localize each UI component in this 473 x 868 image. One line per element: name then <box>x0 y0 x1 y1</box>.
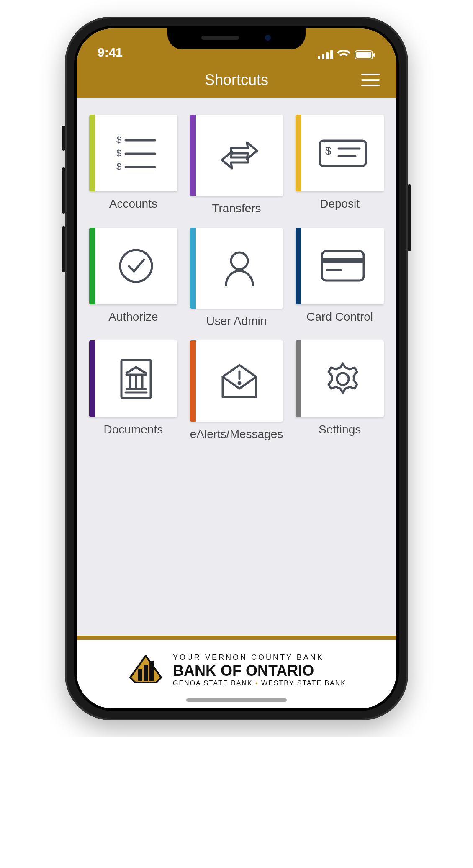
battery-icon <box>355 50 375 59</box>
shortcut-label: Authorize <box>108 310 158 324</box>
svg-rect-6 <box>373 53 375 57</box>
svg-rect-3 <box>330 50 333 59</box>
app-screen: 9:41 Shortcuts <box>77 28 396 708</box>
svg-point-20 <box>120 250 152 282</box>
settings-icon <box>301 340 384 417</box>
svg-rect-35 <box>138 669 142 681</box>
menu-button[interactable] <box>361 73 380 87</box>
shortcut-label: Deposit <box>320 197 360 211</box>
status-time: 9:41 <box>98 45 123 59</box>
svg-text:$: $ <box>116 161 121 172</box>
shortcut-accounts[interactable]: $$$ Accounts <box>89 115 177 215</box>
svg-rect-0 <box>318 56 320 59</box>
svg-rect-23 <box>322 258 364 263</box>
svg-point-34 <box>337 373 349 385</box>
alerts-icon <box>196 340 283 422</box>
phone-mockup: 9:41 Shortcuts <box>65 17 408 720</box>
shortcuts-content: $$$ Accounts Transfers <box>77 98 396 636</box>
footer-branches: GENOA STATE BANK • WESTBY STATE BANK <box>173 680 346 687</box>
documents-icon <box>95 340 177 417</box>
shortcut-grid: $$$ Accounts Transfers <box>89 115 384 441</box>
phone-notch <box>167 26 306 49</box>
shortcut-authorize[interactable]: Authorize <box>89 228 177 328</box>
shortcut-settings[interactable]: Settings <box>296 340 384 441</box>
shortcut-label: Accounts <box>109 197 157 211</box>
shortcut-user-admin[interactable]: User Admin <box>190 228 283 328</box>
card-icon <box>301 228 384 304</box>
svg-rect-5 <box>356 52 371 58</box>
shortcut-transfers[interactable]: Transfers <box>190 115 283 215</box>
shortcut-documents[interactable]: Documents <box>89 340 177 441</box>
deposit-icon: $ <box>301 115 384 191</box>
shortcut-label: Settings <box>319 423 361 436</box>
svg-rect-1 <box>322 54 324 59</box>
svg-text:$: $ <box>116 148 121 158</box>
shortcut-label: Transfers <box>212 202 261 215</box>
shortcut-label: Documents <box>104 423 163 436</box>
hamburger-icon <box>361 73 380 87</box>
wifi-icon <box>337 50 350 59</box>
svg-rect-2 <box>326 52 329 59</box>
page-title: Shortcuts <box>205 71 268 89</box>
shortcut-label: User Admin <box>206 314 267 328</box>
shortcut-label: Card Control <box>306 310 373 324</box>
shortcut-card-control[interactable]: Card Control <box>296 228 384 328</box>
footer-bank-name: BANK OF ONTARIO <box>173 662 346 680</box>
home-indicator <box>186 698 287 702</box>
cellular-signal-icon <box>318 50 333 59</box>
svg-point-21 <box>231 252 248 269</box>
shortcut-deposit[interactable]: $ Deposit <box>296 115 384 215</box>
bank-logo-icon <box>127 652 165 688</box>
svg-point-33 <box>239 382 240 384</box>
shortcut-alerts[interactable]: eAlerts/Messages <box>190 340 283 441</box>
user-icon <box>196 228 283 309</box>
footer-tagline: YOUR VERNON COUNTY BANK <box>173 653 346 662</box>
authorize-icon <box>95 228 177 304</box>
shortcut-label: eAlerts/Messages <box>190 428 283 441</box>
nav-bar: Shortcuts <box>77 62 396 98</box>
transfers-icon <box>196 115 283 196</box>
svg-text:$: $ <box>325 144 332 157</box>
svg-rect-22 <box>322 251 364 281</box>
accounts-icon: $$$ <box>95 115 177 191</box>
svg-rect-37 <box>149 661 154 681</box>
svg-text:$: $ <box>116 134 121 145</box>
footer-branding: YOUR VERNON COUNTY BANK BANK OF ONTARIO … <box>77 636 396 708</box>
svg-rect-36 <box>144 665 148 681</box>
